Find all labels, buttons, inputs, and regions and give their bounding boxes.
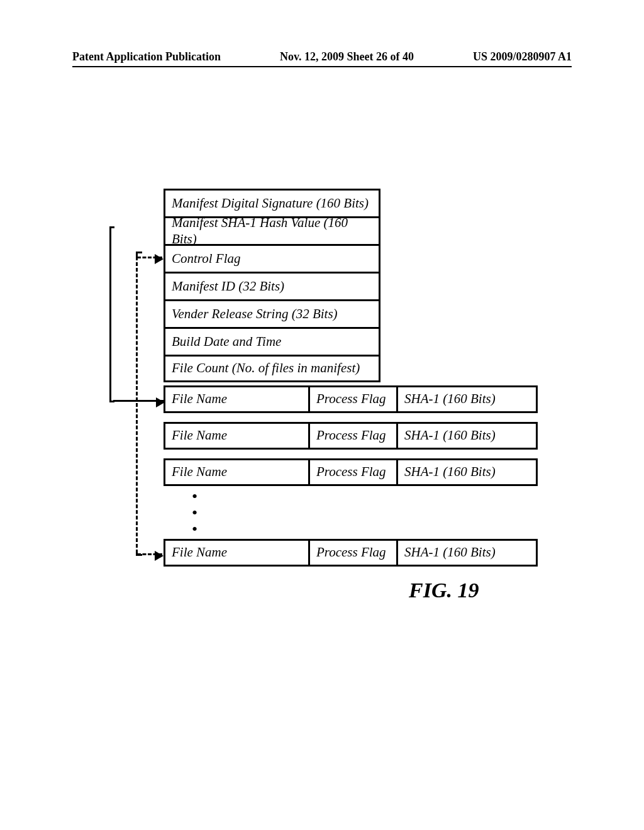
build-date-time-field: Build Date and Time	[164, 327, 380, 355]
file-entry-row: File Name Process Flag SHA-1 (160 Bits)	[164, 385, 538, 413]
manifest-id-field: Manifest ID (32 Bits)	[164, 272, 380, 299]
file-entry-row: File Name Process Flag SHA-1 (160 Bits)	[164, 422, 538, 450]
header-publication-label: Patent Application Publication	[72, 50, 221, 64]
header-publication-number: US 2009/0280907 A1	[473, 50, 572, 64]
figure-caption: FIG. 19	[409, 578, 479, 602]
process-flag-cell: Process Flag	[308, 458, 396, 486]
file-count-field: File Count (No. of files in manifest)	[164, 355, 380, 382]
page-header: Patent Application Publication Nov. 12, …	[72, 50, 572, 64]
file-sha1-cell: SHA-1 (160 Bits)	[396, 539, 538, 567]
header-rule	[72, 66, 572, 67]
manifest-header-fields: Manifest Digital Signature (160 Bits) Ma…	[164, 189, 380, 382]
file-name-cell: File Name	[164, 422, 308, 450]
file-span-bottom-arrow-icon	[137, 553, 162, 555]
process-flag-cell: Process Flag	[308, 539, 396, 567]
file-entry-row: File Name Process Flag SHA-1 (160 Bits)	[164, 539, 538, 567]
file-span-bracket	[136, 257, 138, 553]
file-name-cell: File Name	[164, 539, 308, 567]
process-flag-cell: Process Flag	[308, 422, 396, 450]
file-sha1-cell: SHA-1 (160 Bits)	[396, 422, 538, 450]
file-name-cell: File Name	[164, 385, 308, 413]
file-name-cell: File Name	[164, 458, 308, 486]
manifest-sha1-hash-field: Manifest SHA-1 Hash Value (160 Bits)	[164, 216, 380, 244]
file-sha1-cell: SHA-1 (160 Bits)	[396, 458, 538, 486]
file-sha1-cell: SHA-1 (160 Bits)	[396, 385, 538, 413]
file-entries-list: File Name Process Flag SHA-1 (160 Bits) …	[164, 385, 538, 567]
ellipsis-icon: • • •	[164, 486, 538, 539]
vendor-release-string-field: Vender Release String (32 Bits)	[164, 299, 380, 327]
hash-span-arrow-icon	[113, 400, 164, 402]
header-date-and-sheet: Nov. 12, 2009 Sheet 26 of 40	[280, 50, 414, 64]
control-flag-field: Control Flag	[164, 244, 380, 272]
file-entry-row: File Name Process Flag SHA-1 (160 Bits)	[164, 458, 538, 486]
manifest-digital-signature-field: Manifest Digital Signature (160 Bits)	[164, 189, 380, 216]
hash-span-bracket	[109, 226, 114, 402]
file-span-top-arrow-icon	[137, 257, 162, 258]
process-flag-cell: Process Flag	[308, 385, 396, 413]
